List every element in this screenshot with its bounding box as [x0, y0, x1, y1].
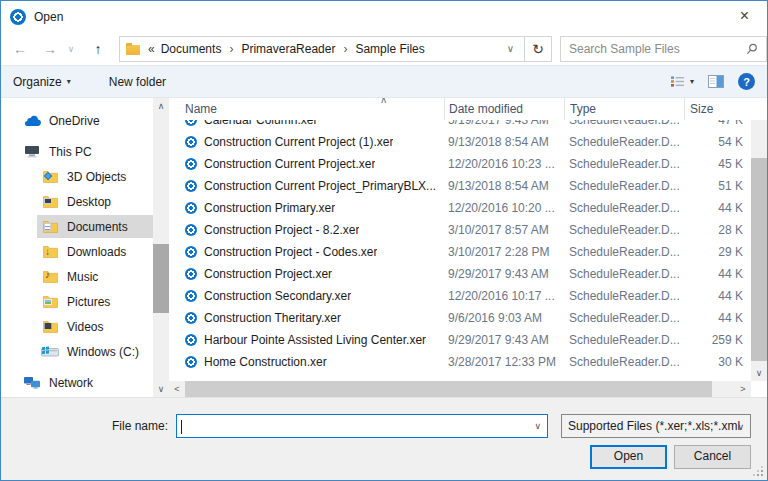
- xer-file-icon: [185, 120, 197, 126]
- help-button[interactable]: ?: [738, 73, 755, 90]
- breadcrumb-separator: ›: [337, 42, 353, 56]
- file-date: 9/13/2018 8:54 AM: [444, 135, 564, 149]
- xer-file-icon: [185, 356, 197, 368]
- sidebar-item-documents[interactable]: Documents: [1, 214, 153, 239]
- table-row[interactable]: Construction Current Project (1).xer9/13…: [169, 131, 751, 153]
- back-button[interactable]: ←: [11, 41, 29, 57]
- xer-file-icon: [185, 136, 197, 148]
- sidebar-item-videos[interactable]: Videos: [1, 314, 153, 339]
- file-size: 47 K: [684, 120, 744, 127]
- scroll-right-arrow[interactable]: >: [735, 381, 751, 397]
- sidebar-item-3d-objects[interactable]: 3D Objects: [1, 164, 153, 189]
- file-name: Harbour Pointe Assisted Living Center.xe…: [204, 333, 426, 347]
- film-overlay: [44, 323, 52, 329]
- column-header-row: Name ∧ Date modified Type Size: [169, 98, 767, 120]
- sidebar-item-music[interactable]: ♪ Music: [1, 264, 153, 289]
- file-size: 44 K: [684, 267, 744, 281]
- address-dropdown-caret[interactable]: ∨: [501, 43, 520, 54]
- breadcrumb-item-documents[interactable]: Documents: [159, 42, 224, 56]
- folder-3d-objects-icon: [41, 170, 59, 183]
- open-button[interactable]: Open: [590, 445, 667, 469]
- address-bar[interactable]: « Documents › PrimaveraReader › Sample F…: [119, 36, 525, 62]
- music-note-overlay: ♪: [45, 269, 50, 280]
- sidebar-item-label: Network: [49, 376, 93, 390]
- sidebar-item-network[interactable]: Network: [1, 370, 153, 395]
- scroll-down-arrow[interactable]: ∨: [751, 365, 767, 381]
- file-rows: Calendar Column.xer5/19/2017 9:43 AMSche…: [169, 120, 751, 381]
- sidebar-item-this-pc[interactable]: This PC: [1, 139, 153, 164]
- file-name: Home Construction.xer: [204, 355, 327, 369]
- table-row[interactable]: Calendar Column.xer5/19/2017 9:43 AMSche…: [169, 120, 751, 131]
- cancel-button[interactable]: Cancel: [674, 445, 751, 469]
- sidebar-item-label: 3D Objects: [67, 170, 126, 184]
- table-row[interactable]: Construction Project - 8.2.xer3/10/2017 …: [169, 219, 751, 241]
- vertical-scrollbar-thumb[interactable]: [751, 158, 767, 361]
- file-name: Construction Current Project_PrimaryBLX.…: [204, 179, 436, 193]
- file-date: 5/19/2017 9:43 AM: [444, 120, 564, 127]
- column-header-size[interactable]: Size: [684, 98, 746, 120]
- file-date: 9/13/2018 8:54 AM: [444, 179, 564, 193]
- file-type-dropdown[interactable]: Supported Files (*.xer;*.xls;*.xml ∨: [561, 414, 751, 438]
- refresh-button[interactable]: ↻: [525, 36, 552, 62]
- column-header-name[interactable]: Name: [169, 98, 444, 120]
- table-row[interactable]: Construction Current Project.xer12/20/20…: [169, 153, 751, 175]
- table-row[interactable]: Harbour Pointe Assisted Living Center.xe…: [169, 329, 751, 351]
- forward-button[interactable]: →: [41, 41, 59, 57]
- dialog-footer: File name: ∨ Supported Files (*.xer;*.xl…: [1, 397, 767, 480]
- sidebar-item-pictures[interactable]: Pictures: [1, 289, 153, 314]
- up-button[interactable]: ↑: [89, 41, 107, 57]
- horizontal-scrollbar-thumb[interactable]: [185, 381, 712, 397]
- sidebar-item-label: Downloads: [67, 245, 126, 259]
- file-type: ScheduleReader.D...: [564, 157, 684, 171]
- table-row[interactable]: Construction Theritary.xer9/6/2016 9:03 …: [169, 307, 751, 329]
- folder-desktop-icon: [41, 195, 59, 208]
- scroll-left-arrow[interactable]: <: [169, 381, 185, 397]
- monitor-overlay: [44, 198, 52, 204]
- sidebar-item-desktop[interactable]: Desktop: [1, 189, 153, 214]
- file-date: 12/20/2016 10:23 ...: [444, 157, 564, 171]
- breadcrumb-overflow-chevrons[interactable]: «: [148, 42, 155, 56]
- file-size: 54 K: [684, 135, 744, 149]
- navigation-bar: ← → ∨ ↑ « Documents › PrimaveraReader › …: [1, 32, 767, 65]
- sidebar-scroll-down-arrow[interactable]: ∨: [153, 381, 169, 397]
- recent-locations-caret[interactable]: ∨: [65, 44, 77, 54]
- file-date: 3/10/2017 2:28 PM: [444, 245, 564, 259]
- horizontal-scrollbar-track[interactable]: [185, 381, 735, 397]
- search-input[interactable]: [569, 42, 746, 56]
- network-icon: [23, 376, 41, 389]
- table-row[interactable]: Construction Current Project_PrimaryBLX.…: [169, 175, 751, 197]
- breadcrumb-item-primaverareader[interactable]: PrimaveraReader: [239, 42, 337, 56]
- column-header-date-modified[interactable]: Date modified: [444, 98, 564, 120]
- preview-pane-button[interactable]: [708, 75, 724, 88]
- app-icon: [10, 9, 26, 25]
- organize-button[interactable]: Organize ▾: [13, 75, 71, 89]
- resize-grip[interactable]: [761, 474, 763, 476]
- scroll-up-arrow[interactable]: ∧: [153, 98, 169, 114]
- new-folder-button[interactable]: New folder: [109, 75, 166, 89]
- table-row[interactable]: Construction Primary.xer12/20/2016 10:20…: [169, 197, 751, 219]
- list-vertical-scrollbar[interactable]: ∧ ∨: [751, 98, 767, 381]
- table-row[interactable]: Construction Project.xer9/29/2017 9:43 A…: [169, 263, 751, 285]
- change-view-button[interactable]: ▾: [670, 75, 694, 88]
- xer-file-icon: [185, 290, 197, 302]
- table-row[interactable]: Construction Secondary.xer12/20/2016 10:…: [169, 285, 751, 307]
- column-header-type[interactable]: Type: [564, 98, 684, 120]
- sidebar-item-downloads[interactable]: ↓ Downloads: [1, 239, 153, 264]
- file-name-input[interactable]: [177, 415, 547, 437]
- document-overlay: [44, 223, 51, 231]
- file-date: 9/29/2017 9:43 AM: [444, 267, 564, 281]
- breadcrumb-item-sample-files[interactable]: Sample Files: [353, 42, 426, 56]
- sidebar-scrollbar-thumb[interactable]: [153, 244, 169, 313]
- table-row[interactable]: Construction Project - Codes.xer3/10/201…: [169, 241, 751, 263]
- table-row[interactable]: Home Construction.xer3/28/2017 12:33 PMS…: [169, 351, 751, 373]
- navigation-pane: OneDrive This PC 3D Objects: [1, 98, 153, 397]
- sidebar-item-onedrive[interactable]: OneDrive: [1, 108, 153, 133]
- sort-ascending-icon[interactable]: ∧: [380, 98, 387, 105]
- sidebar-item-windows-c[interactable]: Windows (C:): [1, 339, 153, 364]
- file-list: Name ∧ Date modified Type Size Calendar …: [169, 98, 767, 397]
- search-icon[interactable]: [746, 43, 758, 55]
- chevron-down-icon[interactable]: ∨: [534, 421, 541, 431]
- xer-file-icon: [185, 202, 197, 214]
- sidebar-scrollbar[interactable]: ∧: [153, 98, 169, 381]
- close-button[interactable]: ×: [722, 1, 767, 31]
